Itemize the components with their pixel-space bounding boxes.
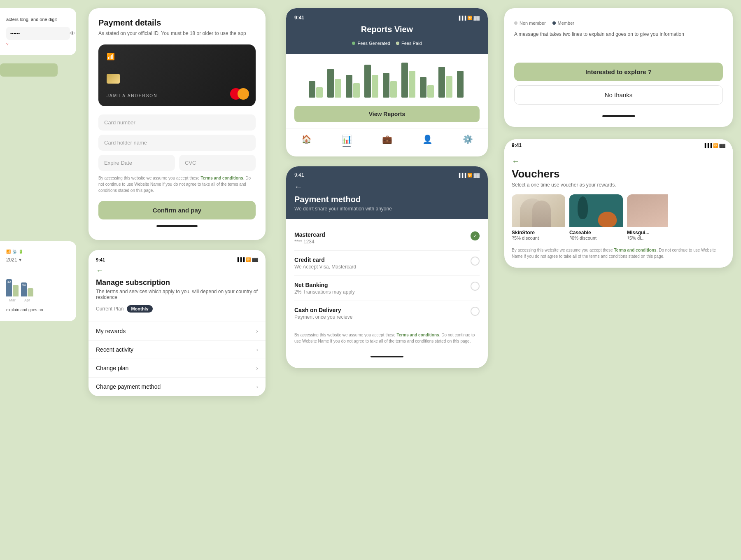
no-thanks-button[interactable]: No thanks bbox=[514, 85, 723, 105]
v-body: Vouchers Select a one time use voucher a… bbox=[504, 166, 733, 268]
svg-rect-10 bbox=[401, 63, 408, 98]
radio-netbanking bbox=[471, 282, 480, 291]
error-text: acters long, and one digit bbox=[6, 16, 70, 23]
signal-icon: ▐▐▐ bbox=[457, 16, 466, 20]
chevron-payment: › bbox=[256, 383, 258, 390]
legend-nonmember: Non member bbox=[514, 21, 546, 26]
bottom-nav: 🏠 📊 💼 👤 ⚙️ bbox=[286, 128, 488, 150]
missguided-discount: 15% di... bbox=[627, 236, 680, 240]
voucher-skinstore[interactable]: SkinStore 25% discount bbox=[512, 194, 565, 240]
pm-cod-subtitle: Payment once you recieve bbox=[294, 314, 352, 320]
svg-rect-5 bbox=[353, 83, 360, 98]
check-icon: ✓ bbox=[473, 233, 477, 239]
pm-status-bar: 9:41 ▐▐▐ 🛜 ▓▓ bbox=[294, 172, 480, 178]
nav-settings[interactable]: ⚙️ bbox=[459, 133, 476, 148]
chevron-plan: › bbox=[256, 365, 258, 371]
chevron-recent: › bbox=[256, 346, 258, 353]
reports-legend: Fees Generated Fees Paid bbox=[294, 41, 480, 46]
v-back-button[interactable]: ← bbox=[504, 152, 733, 166]
view-reports-button[interactable]: View Reports bbox=[294, 106, 480, 122]
home-indicator-pm bbox=[370, 356, 403, 357]
terms-link-payment[interactable]: Terms and conditions bbox=[200, 176, 243, 180]
year-select[interactable]: 2021 ▾ bbox=[6, 257, 70, 263]
bar-light-mar bbox=[13, 285, 19, 296]
svg-rect-7 bbox=[372, 75, 378, 98]
payment-details-card: Payment details As stated on your offici… bbox=[89, 8, 266, 240]
payment-details-subtitle: As stated on your official ID, You must … bbox=[98, 30, 256, 37]
dot-generated bbox=[352, 42, 355, 45]
reports-chart-svg bbox=[294, 61, 480, 98]
menu-item-rewards[interactable]: My rewards › bbox=[89, 322, 266, 341]
card-number-field[interactable]: Card number bbox=[98, 114, 256, 131]
partial-chart-card: 📶 📡 🔋 2021 ▾ 42 34 bbox=[0, 241, 76, 321]
pm-mastercard-info: Mastercard **** 1234 bbox=[294, 231, 325, 245]
eye-icon[interactable]: 👁 bbox=[70, 30, 75, 37]
nav-reports[interactable]: 📊 bbox=[338, 133, 355, 148]
password-input-row[interactable]: 👁 bbox=[6, 27, 70, 40]
mc-orange-circle bbox=[238, 88, 249, 100]
chevron-rewards: › bbox=[256, 328, 258, 334]
svg-rect-14 bbox=[438, 67, 445, 98]
status-icons: ▐▐▐ 🛜 ▓▓ bbox=[236, 257, 258, 262]
wifi-card-icon: 📶 bbox=[107, 53, 115, 61]
month-labels: Mar Apr bbox=[6, 298, 70, 302]
voucher-missguided[interactable]: Missgui... 15% di... bbox=[627, 194, 680, 240]
voucher-cards-row: SkinStore 25% discount Caseable 30% disc… bbox=[512, 194, 725, 240]
wifi-icon: 🛜 bbox=[246, 257, 251, 262]
wifi-icon: 🛜 bbox=[713, 143, 718, 148]
cvc-field[interactable]: CVC bbox=[179, 155, 256, 171]
pm-option-mastercard[interactable]: Mastercard **** 1234 ✓ bbox=[294, 226, 480, 251]
partial-green-btn bbox=[0, 63, 58, 77]
nav-home[interactable]: 🏠 bbox=[298, 133, 315, 148]
pm-option-credit[interactable]: Credit card We Accept Visa, Mastercard bbox=[294, 251, 480, 276]
payment-method-phone: 9:41 ▐▐▐ 🛜 ▓▓ ← Payment method We don't … bbox=[286, 166, 488, 368]
bar-group-mar: 42 bbox=[6, 279, 19, 296]
reports-chart-area bbox=[286, 54, 488, 106]
pumpkin-decoration bbox=[598, 212, 617, 227]
dot-member bbox=[552, 21, 556, 25]
pm-option-cod[interactable]: Cash on Delivery Payment once you reciev… bbox=[294, 301, 480, 326]
partial-desc: explain and goes on bbox=[6, 307, 70, 313]
menu-item-recent-activity[interactable]: Recent activity › bbox=[89, 341, 266, 359]
dot-paid bbox=[396, 42, 399, 45]
dot-nonmember bbox=[514, 21, 517, 25]
nav-portfolio[interactable]: 💼 bbox=[379, 133, 396, 148]
menu-item-change-plan[interactable]: Change plan › bbox=[89, 359, 266, 378]
svg-rect-8 bbox=[383, 73, 389, 98]
explore-button[interactable]: Interested to explore ? bbox=[514, 63, 723, 81]
svg-rect-15 bbox=[446, 76, 452, 98]
svg-rect-16 bbox=[457, 71, 464, 98]
signal-icon: ▐▐▐ bbox=[457, 173, 466, 177]
nav-profile[interactable]: 👤 bbox=[419, 133, 436, 148]
v-subtitle: Select a one time use voucher as your re… bbox=[512, 182, 725, 188]
v-title: Vouchers bbox=[512, 168, 725, 180]
pm-cod-title: Cash on Delivery bbox=[294, 307, 352, 313]
caseable-name: Caseable bbox=[569, 230, 623, 236]
plan-badge: Monthly bbox=[127, 305, 152, 313]
back-button-manage[interactable]: ← bbox=[96, 266, 103, 275]
wifi-icon: 🛜 bbox=[467, 16, 472, 20]
svg-rect-3 bbox=[335, 79, 341, 98]
reports-title: Reports View bbox=[294, 25, 480, 34]
pm-option-netbanking[interactable]: Net Banking 2% Transcations may apply bbox=[294, 276, 480, 301]
pm-terms-link[interactable]: Terms and conditions bbox=[396, 333, 439, 337]
card-holder-field[interactable]: Card holder name bbox=[98, 135, 256, 151]
pm-netbanking-title: Net Banking bbox=[294, 282, 355, 288]
pm-netbanking-subtitle: 2% Transcations may apply bbox=[294, 289, 355, 295]
home-indicator-modal bbox=[602, 115, 635, 117]
confirm-pay-button[interactable]: Confirm and pay bbox=[98, 201, 256, 219]
manage-sub-title: Manage subscription bbox=[96, 278, 258, 287]
v-terms-link[interactable]: Terms and conditions bbox=[614, 248, 656, 252]
password-input[interactable] bbox=[10, 31, 67, 36]
battery-icon: ▓▓ bbox=[719, 143, 725, 148]
voucher-caseable[interactable]: Caseable 30% discount bbox=[569, 194, 623, 240]
expire-date-field[interactable]: Expire Date bbox=[98, 155, 175, 171]
pm-back-button[interactable]: ← bbox=[294, 182, 480, 191]
plan-label: Current Plan bbox=[96, 306, 124, 312]
skinstore-name: SkinStore bbox=[512, 230, 565, 236]
missguided-name: Missgui... bbox=[627, 230, 680, 236]
svg-rect-6 bbox=[364, 65, 371, 98]
menu-item-payment-method[interactable]: Change payment method › bbox=[89, 378, 266, 396]
pm-credit-title: Credit card bbox=[294, 257, 356, 263]
pm-mastercard-title: Mastercard bbox=[294, 231, 325, 238]
